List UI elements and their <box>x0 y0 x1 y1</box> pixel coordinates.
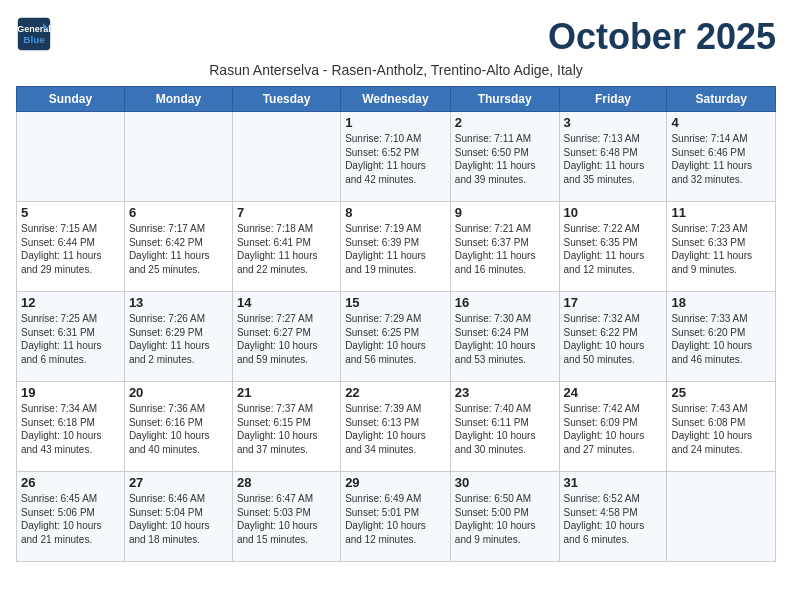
cell-info: Sunrise: 7:36 AM Sunset: 6:16 PM Dayligh… <box>129 402 228 456</box>
calendar-cell: 31Sunrise: 6:52 AM Sunset: 4:58 PM Dayli… <box>559 472 667 562</box>
date-number: 10 <box>564 205 663 220</box>
cell-info: Sunrise: 7:26 AM Sunset: 6:29 PM Dayligh… <box>129 312 228 366</box>
cell-info: Sunrise: 7:43 AM Sunset: 6:08 PM Dayligh… <box>671 402 771 456</box>
date-number: 18 <box>671 295 771 310</box>
date-number: 3 <box>564 115 663 130</box>
subtitle: Rasun Anterselva - Rasen-Antholz, Trenti… <box>16 62 776 78</box>
date-number: 1 <box>345 115 446 130</box>
calendar-week-3: 12Sunrise: 7:25 AM Sunset: 6:31 PM Dayli… <box>17 292 776 382</box>
page-header: General Blue October 2025 <box>16 16 776 58</box>
date-number: 29 <box>345 475 446 490</box>
date-number: 31 <box>564 475 663 490</box>
calendar-cell: 5Sunrise: 7:15 AM Sunset: 6:44 PM Daylig… <box>17 202 125 292</box>
calendar-cell: 27Sunrise: 6:46 AM Sunset: 5:04 PM Dayli… <box>124 472 232 562</box>
day-header-tuesday: Tuesday <box>232 87 340 112</box>
calendar-cell: 4Sunrise: 7:14 AM Sunset: 6:46 PM Daylig… <box>667 112 776 202</box>
calendar-week-1: 1Sunrise: 7:10 AM Sunset: 6:52 PM Daylig… <box>17 112 776 202</box>
calendar-cell: 15Sunrise: 7:29 AM Sunset: 6:25 PM Dayli… <box>341 292 451 382</box>
calendar-cell: 11Sunrise: 7:23 AM Sunset: 6:33 PM Dayli… <box>667 202 776 292</box>
calendar-cell: 1Sunrise: 7:10 AM Sunset: 6:52 PM Daylig… <box>341 112 451 202</box>
cell-info: Sunrise: 7:32 AM Sunset: 6:22 PM Dayligh… <box>564 312 663 366</box>
cell-info: Sunrise: 7:21 AM Sunset: 6:37 PM Dayligh… <box>455 222 555 276</box>
calendar-week-4: 19Sunrise: 7:34 AM Sunset: 6:18 PM Dayli… <box>17 382 776 472</box>
calendar-header-row: SundayMondayTuesdayWednesdayThursdayFrid… <box>17 87 776 112</box>
date-number: 11 <box>671 205 771 220</box>
day-header-friday: Friday <box>559 87 667 112</box>
calendar-cell: 6Sunrise: 7:17 AM Sunset: 6:42 PM Daylig… <box>124 202 232 292</box>
calendar-cell: 7Sunrise: 7:18 AM Sunset: 6:41 PM Daylig… <box>232 202 340 292</box>
cell-info: Sunrise: 6:52 AM Sunset: 4:58 PM Dayligh… <box>564 492 663 546</box>
cell-info: Sunrise: 7:33 AM Sunset: 6:20 PM Dayligh… <box>671 312 771 366</box>
date-number: 14 <box>237 295 336 310</box>
calendar-cell: 19Sunrise: 7:34 AM Sunset: 6:18 PM Dayli… <box>17 382 125 472</box>
date-number: 30 <box>455 475 555 490</box>
logo-icon: General Blue <box>16 16 52 52</box>
cell-info: Sunrise: 7:34 AM Sunset: 6:18 PM Dayligh… <box>21 402 120 456</box>
cell-info: Sunrise: 6:46 AM Sunset: 5:04 PM Dayligh… <box>129 492 228 546</box>
cell-info: Sunrise: 7:10 AM Sunset: 6:52 PM Dayligh… <box>345 132 446 186</box>
calendar-cell: 21Sunrise: 7:37 AM Sunset: 6:15 PM Dayli… <box>232 382 340 472</box>
date-number: 22 <box>345 385 446 400</box>
day-header-thursday: Thursday <box>450 87 559 112</box>
date-number: 13 <box>129 295 228 310</box>
calendar-cell: 14Sunrise: 7:27 AM Sunset: 6:27 PM Dayli… <box>232 292 340 382</box>
date-number: 23 <box>455 385 555 400</box>
cell-info: Sunrise: 7:18 AM Sunset: 6:41 PM Dayligh… <box>237 222 336 276</box>
cell-info: Sunrise: 7:17 AM Sunset: 6:42 PM Dayligh… <box>129 222 228 276</box>
calendar-week-2: 5Sunrise: 7:15 AM Sunset: 6:44 PM Daylig… <box>17 202 776 292</box>
cell-info: Sunrise: 7:27 AM Sunset: 6:27 PM Dayligh… <box>237 312 336 366</box>
cell-info: Sunrise: 7:15 AM Sunset: 6:44 PM Dayligh… <box>21 222 120 276</box>
calendar-week-5: 26Sunrise: 6:45 AM Sunset: 5:06 PM Dayli… <box>17 472 776 562</box>
logo: General Blue <box>16 16 56 52</box>
date-number: 8 <box>345 205 446 220</box>
svg-text:Blue: Blue <box>23 34 45 45</box>
cell-info: Sunrise: 6:49 AM Sunset: 5:01 PM Dayligh… <box>345 492 446 546</box>
date-number: 2 <box>455 115 555 130</box>
calendar-cell: 18Sunrise: 7:33 AM Sunset: 6:20 PM Dayli… <box>667 292 776 382</box>
cell-info: Sunrise: 6:50 AM Sunset: 5:00 PM Dayligh… <box>455 492 555 546</box>
calendar-cell: 9Sunrise: 7:21 AM Sunset: 6:37 PM Daylig… <box>450 202 559 292</box>
cell-info: Sunrise: 7:11 AM Sunset: 6:50 PM Dayligh… <box>455 132 555 186</box>
calendar-cell: 10Sunrise: 7:22 AM Sunset: 6:35 PM Dayli… <box>559 202 667 292</box>
calendar-cell: 16Sunrise: 7:30 AM Sunset: 6:24 PM Dayli… <box>450 292 559 382</box>
date-number: 5 <box>21 205 120 220</box>
cell-info: Sunrise: 7:25 AM Sunset: 6:31 PM Dayligh… <box>21 312 120 366</box>
calendar-cell: 8Sunrise: 7:19 AM Sunset: 6:39 PM Daylig… <box>341 202 451 292</box>
calendar-cell: 3Sunrise: 7:13 AM Sunset: 6:48 PM Daylig… <box>559 112 667 202</box>
calendar-cell: 20Sunrise: 7:36 AM Sunset: 6:16 PM Dayli… <box>124 382 232 472</box>
date-number: 28 <box>237 475 336 490</box>
svg-text:General: General <box>17 24 51 34</box>
date-number: 12 <box>21 295 120 310</box>
day-header-saturday: Saturday <box>667 87 776 112</box>
date-number: 16 <box>455 295 555 310</box>
date-number: 27 <box>129 475 228 490</box>
calendar-cell: 28Sunrise: 6:47 AM Sunset: 5:03 PM Dayli… <box>232 472 340 562</box>
day-header-sunday: Sunday <box>17 87 125 112</box>
cell-info: Sunrise: 7:23 AM Sunset: 6:33 PM Dayligh… <box>671 222 771 276</box>
cell-info: Sunrise: 7:22 AM Sunset: 6:35 PM Dayligh… <box>564 222 663 276</box>
calendar-cell: 17Sunrise: 7:32 AM Sunset: 6:22 PM Dayli… <box>559 292 667 382</box>
cell-info: Sunrise: 7:37 AM Sunset: 6:15 PM Dayligh… <box>237 402 336 456</box>
calendar-cell <box>17 112 125 202</box>
cell-info: Sunrise: 7:13 AM Sunset: 6:48 PM Dayligh… <box>564 132 663 186</box>
calendar-cell: 23Sunrise: 7:40 AM Sunset: 6:11 PM Dayli… <box>450 382 559 472</box>
date-number: 7 <box>237 205 336 220</box>
cell-info: Sunrise: 7:14 AM Sunset: 6:46 PM Dayligh… <box>671 132 771 186</box>
calendar-body: 1Sunrise: 7:10 AM Sunset: 6:52 PM Daylig… <box>17 112 776 562</box>
calendar-cell <box>124 112 232 202</box>
date-number: 17 <box>564 295 663 310</box>
cell-info: Sunrise: 6:47 AM Sunset: 5:03 PM Dayligh… <box>237 492 336 546</box>
calendar-cell: 29Sunrise: 6:49 AM Sunset: 5:01 PM Dayli… <box>341 472 451 562</box>
date-number: 15 <box>345 295 446 310</box>
calendar-cell: 24Sunrise: 7:42 AM Sunset: 6:09 PM Dayli… <box>559 382 667 472</box>
date-number: 19 <box>21 385 120 400</box>
calendar-cell: 26Sunrise: 6:45 AM Sunset: 5:06 PM Dayli… <box>17 472 125 562</box>
date-number: 21 <box>237 385 336 400</box>
cell-info: Sunrise: 6:45 AM Sunset: 5:06 PM Dayligh… <box>21 492 120 546</box>
calendar-cell <box>232 112 340 202</box>
date-number: 26 <box>21 475 120 490</box>
cell-info: Sunrise: 7:19 AM Sunset: 6:39 PM Dayligh… <box>345 222 446 276</box>
calendar-table: SundayMondayTuesdayWednesdayThursdayFrid… <box>16 86 776 562</box>
cell-info: Sunrise: 7:29 AM Sunset: 6:25 PM Dayligh… <box>345 312 446 366</box>
day-header-wednesday: Wednesday <box>341 87 451 112</box>
